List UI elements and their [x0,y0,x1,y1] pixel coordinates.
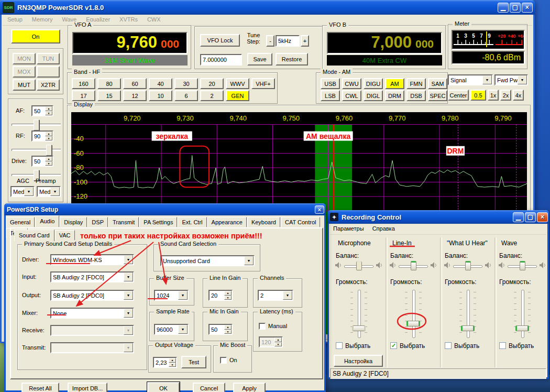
rc-close-icon[interactable]: × [537,212,548,222]
apply-button[interactable]: Apply [233,383,266,392]
reset-all-button[interactable]: Reset All [21,383,59,392]
gain-spinner-drive-up-icon[interactable]: ▲ [45,157,52,161]
setup-titlebar[interactable]: PowerSDR Setup × [4,203,326,215]
rc-volume-slider-linein[interactable] [402,289,425,339]
band-button-2[interactable]: 2 [200,90,224,101]
band-button-15[interactable]: 15 [97,90,121,101]
gain-spinner-drive[interactable]: 50▲▼ [31,156,53,167]
gain-slider-rf[interactable] [12,145,61,155]
balance-thumb[interactable] [520,261,525,270]
field-combo-driver-arrow-icon[interactable]: ▼ [124,255,133,264]
mic-in-gain-spinner-down-icon[interactable]: ▼ [224,330,232,334]
setup-tab-appearance[interactable]: Appearance [207,217,247,227]
tx-button-mut[interactable]: MUT [13,79,36,91]
setup-tab-display[interactable]: Display [60,217,87,227]
band-button-6[interactable]: 6 [174,90,198,101]
output-voltage-test-button[interactable]: Test [181,356,206,368]
balance-thumb[interactable] [356,261,362,270]
setup-tab-transmit[interactable]: Transmit [108,217,139,227]
setup-tab-cat-control[interactable]: CAT Control [281,217,321,227]
volume-thumb[interactable] [515,325,529,331]
mic-boost-checkbox[interactable] [220,357,227,364]
slider-thumb[interactable] [46,145,52,156]
tx-meter-combo[interactable]: Fwd Pwr▼ [494,74,528,85]
tune-step-value[interactable]: 5kHz [276,35,300,47]
tx-meter-combo-arrow-icon[interactable]: ▼ [518,75,527,84]
rc-menu-параметры[interactable]: Параметры [330,224,369,234]
setup-tab-dsp[interactable]: DSP [87,217,108,227]
sample-rate-combo-arrow-icon[interactable]: ▼ [178,325,188,334]
volume-thumb[interactable] [352,325,366,331]
line-in-gain-spinner-arrows[interactable]: ▲▼ [224,291,232,300]
setup-subtab-vac[interactable]: VAC [55,230,75,240]
power-on-button[interactable]: On [11,29,60,43]
rc-select-checkbox-linein[interactable]: ✓ [390,342,397,349]
field-combo-input-arrow-icon[interactable]: ▼ [124,273,133,281]
import-db-button[interactable]: Import DB... [68,383,107,392]
mode-button-digl[interactable]: DIGL [364,90,383,101]
cancel-button[interactable]: Cancel [193,383,225,392]
preamp-combo[interactable]: Med▼ [37,186,61,197]
preamp-combo-arrow-icon[interactable]: ▼ [50,187,60,196]
agc-combo[interactable]: Med▼ [10,186,35,197]
vfo-lock-button[interactable]: VFO Lock [200,34,240,47]
field-combo-driver[interactable]: Windows WDM-KS▼ [50,254,134,265]
mode-button-lsb[interactable]: LSB [321,90,340,101]
gain-spinner-af-arrows[interactable]: ▲▼ [45,106,52,115]
rc-minimize-icon[interactable]: ▁ [513,212,524,222]
rc-volume-slider-whatuhear[interactable] [456,289,479,339]
sound-card-selection-combo-arrow-icon[interactable]: ▼ [244,256,254,265]
rc-volume-slider-wave[interactable] [511,289,534,339]
channels-combo-arrow-icon[interactable]: ▼ [283,291,292,300]
vfo-b-frequency-display[interactable]: 7,000000 [327,32,442,54]
band-button-12[interactable]: 12 [123,90,147,101]
mic-in-gain-spinner-arrows[interactable]: ▲▼ [224,325,232,334]
slider-thumb[interactable] [34,119,39,130]
mic-in-gain-spinner-up-icon[interactable]: ▲ [224,325,232,330]
band-button-wwv[interactable]: WWV [226,78,249,89]
volume-thumb[interactable] [406,321,420,326]
mode-button-dsb[interactable]: DSB [406,90,426,101]
display-center-button[interactable]: Center [448,90,469,101]
sound-card-selection-combo[interactable]: Unsupported Card▼ [160,255,255,266]
setup-close-icon[interactable]: × [315,205,324,214]
rc-balance-slider-whatuhear[interactable] [453,260,482,271]
rc-select-checkbox-whatuhear[interactable] [445,342,452,349]
output-voltage-spinner-arrows[interactable]: ▲▼ [169,358,176,367]
save-button[interactable]: Save [247,53,272,66]
agc-combo-arrow-icon[interactable]: ▼ [24,187,34,196]
gain-slider-af[interactable] [12,119,61,129]
output-voltage-spinner-down-icon[interactable]: ▼ [169,363,176,367]
tune-step-plus-button[interactable]: + [301,35,309,47]
mode-button-spec[interactable]: SPEC [428,90,447,101]
line-in-gain-spinner[interactable]: 20▲▼ [208,290,233,301]
mode-button-fmn[interactable]: FMN [406,78,426,89]
zoom-2x-button[interactable]: 2x [500,90,511,101]
gain-spinner-rf-arrows[interactable]: ▲▼ [45,132,52,140]
balance-thumb[interactable] [465,261,471,270]
gain-spinner-af-down-icon[interactable]: ▼ [45,111,52,116]
band-button-30[interactable]: 30 [174,78,198,89]
setup-tab-keyboard[interactable]: Keyboard [247,217,280,227]
line-in-gain-spinner-down-icon[interactable]: ▼ [224,296,232,300]
band-button-80[interactable]: 80 [97,78,121,89]
gain-spinner-rf-up-icon[interactable]: ▲ [45,132,52,136]
setup-tab-ext--ctrl[interactable]: Ext. Ctrl [178,217,206,227]
rc-settings-button[interactable]: Настройка [334,355,383,367]
channels-combo[interactable]: 2▼ [258,290,293,301]
mic-in-gain-spinner[interactable]: 50▲▼ [208,324,233,335]
band-button-gen[interactable]: GEN [226,90,249,101]
mode-button-digu[interactable]: DIGU [364,78,383,89]
gain-spinner-af-up-icon[interactable]: ▲ [45,106,52,111]
setup-tab-audio[interactable]: Audio [35,215,59,227]
band-button-40[interactable]: 40 [149,78,172,89]
output-voltage-spinner[interactable]: 2,23▲▼ [153,357,177,368]
rc-maximize-icon[interactable]: ▢ [525,212,536,222]
gain-spinner-af[interactable]: 50▲▼ [31,105,53,116]
gain-spinner-rf[interactable]: 90▲▼ [31,130,53,141]
tune-step-minus-button[interactable]: - [266,35,274,47]
gain-spinner-drive-down-icon[interactable]: ▼ [45,161,52,166]
gain-spinner-drive-arrows[interactable]: ▲▼ [45,157,52,166]
mode-button-usb[interactable]: USB [321,78,340,89]
setup-tab-general[interactable]: General [6,217,35,227]
